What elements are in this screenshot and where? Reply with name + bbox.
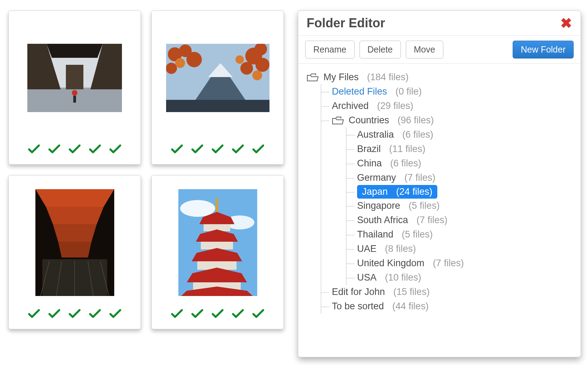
check-icon [89, 309, 101, 318]
folder-editor-panel: Folder Editor ✖ Rename Delete Move New F… [298, 11, 581, 357]
tree-node-label: Japan [362, 186, 388, 197]
thumbnail-card[interactable] [8, 175, 141, 329]
tree-node-label: Deleted Files [332, 86, 387, 97]
tree-node-label: Singapore [357, 200, 400, 211]
tree-node-count: (7 files) [404, 172, 436, 183]
tree-node-country[interactable]: Brazil(11 files) [357, 142, 572, 156]
tree-node-count: (11 files) [389, 144, 426, 154]
check-icon [212, 309, 224, 318]
panel-header: Folder Editor ✖ [298, 11, 581, 36]
tree-node-to-be-sorted[interactable]: To be sorted (44 files) [332, 299, 572, 314]
move-button[interactable]: Move [406, 41, 443, 58]
tree-node-country[interactable]: USA(10 files) [357, 270, 572, 285]
tree-node-country[interactable]: South Africa(7 files) [357, 213, 572, 227]
tree-node-my-files[interactable]: My Files (184 files) [307, 70, 572, 84]
tree-node-country[interactable]: China(6 files) [357, 156, 572, 171]
tree-node-count: (15 files) [394, 287, 430, 297]
svg-point-16 [240, 62, 253, 75]
checkmarks-row [171, 144, 264, 154]
svg-rect-7 [73, 96, 76, 103]
toolbar: Rename Delete Move New Folder [298, 36, 581, 64]
close-icon[interactable]: ✖ [560, 16, 572, 30]
tree-node-countries[interactable]: Countries (96 files) [332, 113, 572, 128]
new-folder-button[interactable]: New Folder [513, 41, 574, 58]
rename-button[interactable]: Rename [305, 41, 355, 58]
svg-rect-5 [66, 65, 83, 89]
tree-node-label: China [357, 158, 382, 169]
tree-node-label: My Files [323, 72, 359, 83]
svg-point-35 [180, 200, 215, 217]
tree-node-label: USA [357, 272, 377, 283]
check-icon [171, 309, 183, 318]
tree-node-count: (5 files) [409, 200, 440, 211]
thumbnail-image [19, 20, 130, 136]
check-icon [28, 144, 40, 154]
tree-node-archived[interactable]: Archived (29 files) [332, 99, 572, 113]
svg-point-21 [235, 55, 244, 64]
tree-node-deleted-files[interactable]: Deleted Files (0 file) [332, 84, 572, 99]
tree-node-country[interactable]: Germany(7 files) [357, 171, 572, 185]
svg-marker-4 [47, 44, 103, 58]
check-icon [109, 144, 121, 154]
check-icon [171, 144, 183, 154]
folder-open-icon [307, 73, 319, 82]
check-icon [252, 309, 264, 318]
check-icon [232, 309, 244, 318]
check-icon [28, 309, 40, 318]
tree-node-country[interactable]: Singapore(5 files) [357, 199, 572, 213]
check-icon [89, 144, 101, 154]
check-icon [109, 309, 121, 318]
tree-node-country[interactable]: Australia(6 files) [357, 128, 572, 142]
tree-node-count: (10 files) [385, 272, 422, 283]
tree-node-count: (96 files) [398, 115, 434, 126]
tree-node-count: (29 files) [377, 101, 413, 111]
svg-point-6 [72, 90, 77, 96]
tree-node-count: (8 files) [385, 243, 416, 254]
svg-point-15 [255, 58, 269, 72]
tree-node-label: United Kingdom [357, 258, 424, 269]
thumbnail-image [162, 184, 273, 301]
check-icon [252, 144, 264, 154]
thumbnail-card[interactable] [151, 11, 284, 165]
check-icon [48, 309, 60, 318]
panel-title: Folder Editor [307, 16, 385, 30]
thumbnail-card[interactable] [151, 175, 284, 329]
tree-node-country[interactable]: Thailand(5 files) [357, 227, 572, 242]
svg-marker-26 [53, 224, 97, 242]
check-icon [69, 309, 81, 318]
tree-node-country[interactable]: UAE(8 files) [357, 242, 572, 256]
checkmarks-row [28, 309, 121, 318]
tree-node-count: (7 files) [433, 258, 464, 269]
tree-node-count: (24 files) [396, 186, 433, 197]
check-icon [48, 144, 60, 154]
tree-node-country[interactable]: United Kingdom(7 files) [357, 256, 572, 270]
tree-node-count: (0 file) [396, 86, 422, 97]
tree-node-country[interactable]: Japan(24 files) [357, 185, 437, 199]
tree-node-count: (5 files) [402, 229, 433, 240]
tree-node-count: (44 files) [392, 301, 429, 312]
check-icon [69, 144, 81, 154]
check-icon [191, 144, 203, 154]
tree-node-count: (6 files) [402, 129, 433, 140]
tree-node-label: Germany [357, 172, 396, 183]
svg-point-13 [186, 52, 202, 67]
check-icon [191, 309, 203, 318]
tree-node-label: Archived [332, 101, 369, 111]
thumbnail-image [162, 20, 273, 136]
svg-marker-27 [58, 242, 91, 257]
checkmarks-row [28, 144, 121, 154]
tree-node-label: To be sorted [332, 301, 384, 312]
folder-open-icon [332, 116, 344, 125]
svg-rect-22 [166, 100, 269, 112]
svg-point-19 [175, 58, 185, 68]
tree-node-edit-for-john[interactable]: Edit for John (15 files) [332, 285, 572, 299]
svg-marker-25 [46, 207, 104, 224]
tree-node-label: Brazil [357, 144, 381, 154]
thumbnail-grid [7, 11, 284, 354]
delete-button[interactable]: Delete [360, 41, 401, 58]
thumbnail-card[interactable] [8, 11, 141, 165]
folder-tree: My Files (184 files) Deleted Files (0 fi… [298, 64, 581, 320]
checkmarks-row [171, 309, 264, 318]
tree-node-label: Australia [357, 129, 394, 140]
tree-node-count: (7 files) [417, 215, 448, 226]
